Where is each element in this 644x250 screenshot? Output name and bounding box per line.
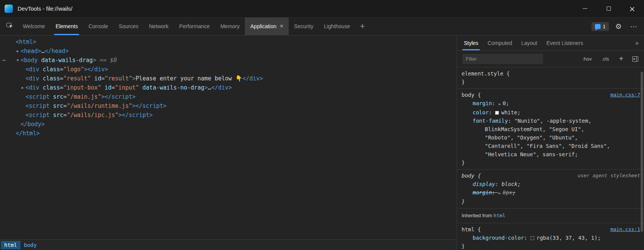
color-swatch[interactable] — [495, 111, 499, 115]
breadcrumb-item-html[interactable]: html — [1, 241, 21, 249]
dom-tree-line[interactable]: </html> — [0, 129, 457, 138]
css-selector[interactable]: element.style — [462, 71, 503, 77]
css-property[interactable]: margin: ▶8px; — [457, 188, 644, 197]
window-controls: × — [573, 0, 644, 17]
css-property[interactable]: display: block; — [457, 180, 644, 188]
sidebar-tab-layout[interactable]: Layout — [517, 35, 542, 50]
expand-arrow-icon[interactable]: ▶ — [15, 46, 20, 56]
class-toggle-button[interactable]: .cls — [602, 56, 609, 62]
titlebar: DevTools - file://wails/ × — [0, 0, 644, 18]
sidebar-tab-event-listeners[interactable]: Event Listeners — [542, 35, 588, 50]
more-menu-button[interactable]: ⋯ — [628, 21, 639, 32]
inherited-from-text: Inherited from — [462, 213, 494, 218]
devtools-window: DevTools - file://wails/ × WelcomeElemen… — [0, 0, 644, 250]
tab-label: Performance — [179, 23, 210, 29]
css-selector[interactable]: html — [462, 226, 475, 232]
dom-token: class — [39, 84, 60, 91]
dom-tree-line[interactable]: </body> — [0, 120, 457, 129]
more-tabs-icon[interactable]: » — [630, 35, 644, 50]
shorthand-expander-icon[interactable]: ▶ — [499, 100, 500, 108]
tab-lighthouse[interactable]: Lighthouse — [319, 18, 356, 35]
settings-button[interactable]: ⚙ — [613, 21, 624, 32]
color-swatch[interactable] — [531, 236, 534, 240]
maximize-icon — [607, 6, 611, 11]
add-tab-button[interactable]: + — [355, 18, 369, 35]
rule-open-brace: { — [475, 92, 481, 98]
dom-token: … — [41, 48, 45, 54]
maximize-button[interactable] — [597, 0, 620, 17]
styles-filter-row: :hov .cls + — [457, 51, 644, 67]
stylesheet-link[interactable]: main.css:7 — [610, 91, 640, 99]
dom-token: > — [93, 57, 96, 64]
property-semicolon: ; — [506, 100, 509, 106]
collapse-arrow-icon[interactable]: ▼ — [15, 56, 20, 65]
close-tab-icon[interactable]: × — [280, 23, 283, 30]
css-selector[interactable]: body — [462, 173, 475, 179]
sidebar-tab-computed[interactable]: Computed — [483, 35, 517, 50]
dom-tree-line[interactable]: <div class="result" id="result">Please e… — [0, 74, 457, 83]
css-property[interactable]: margin: ▶0; — [457, 99, 644, 108]
tab-console[interactable]: Console — [83, 18, 113, 35]
minimize-button[interactable] — [573, 0, 597, 17]
tab-label: Memory — [221, 23, 240, 29]
property-colon: : — [492, 100, 499, 106]
css-property[interactable]: background-color: rgba(33, 37, 43, 1); — [457, 234, 644, 242]
tab-label: Sources — [119, 23, 138, 29]
dom-token: = — [60, 84, 63, 91]
tab-application[interactable]: Application× — [245, 18, 289, 35]
tab-sources[interactable]: Sources — [113, 18, 144, 35]
dom-token: = — [60, 75, 63, 82]
tab-security[interactable]: Security — [289, 18, 319, 35]
tab-memory[interactable]: Memory — [215, 18, 245, 35]
shorthand-expander-icon[interactable]: ▶ — [499, 189, 500, 197]
new-style-rule-button[interactable]: + — [619, 54, 623, 63]
dom-tree-line[interactable]: ▶<div class="input-box" id="input" data-… — [0, 83, 457, 92]
dom-tree-line[interactable]: <div class="logo"></div> — [0, 65, 457, 74]
dom-token: ></script> — [101, 93, 136, 100]
tab-welcome[interactable]: Welcome — [18, 18, 50, 35]
close-icon: × — [629, 5, 636, 13]
issues-counter[interactable]: 1 — [591, 22, 609, 31]
more-actions-icon[interactable]: ⋯ — [2, 56, 6, 65]
property-colon: : — [508, 118, 515, 124]
css-property[interactable]: color: white; — [457, 108, 644, 117]
toggle-computed-pane-icon[interactable] — [632, 56, 639, 62]
dom-tree-line[interactable]: <html> — [0, 37, 457, 46]
hover-state-button[interactable]: :hov — [582, 56, 592, 62]
property-name: color — [473, 109, 489, 115]
stylesheet-link[interactable]: main.css:1 — [610, 225, 640, 234]
tab-elements[interactable]: Elements — [50, 18, 83, 35]
dom-token: id — [101, 84, 112, 91]
scrollbar-thumb[interactable] — [641, 72, 643, 232]
dom-tree-line[interactable]: ▶<head>…</head> — [0, 46, 457, 56]
property-name: margin — [473, 189, 492, 196]
dom-token: = — [60, 66, 63, 73]
tab-label: Application — [250, 23, 276, 29]
property-semicolon: ; — [518, 181, 521, 187]
breadcrumb-item-body[interactable]: body — [21, 241, 40, 249]
styles-scrollbar[interactable] — [639, 68, 644, 250]
dom-token: Please enter your name below — [136, 75, 235, 82]
devtools-main: <html>▶<head>…</head>⋯▼<body data-wails-… — [0, 35, 644, 250]
property-name: display — [473, 181, 495, 187]
dom-token: == $0 — [96, 57, 117, 64]
sidebar-tab-styles[interactable]: Styles — [459, 35, 483, 50]
dom-tree-line[interactable]: <script src="/wails/ipc.js"></script> — [0, 111, 457, 120]
rule-header: element.style { — [457, 69, 644, 78]
css-selector[interactable]: body — [462, 92, 475, 98]
expand-arrow-icon[interactable]: ▶ — [20, 83, 25, 92]
inherited-element-link[interactable]: html — [494, 213, 505, 218]
sidebar-tab-strip: StylesComputedLayoutEvent Listeners» — [457, 35, 644, 51]
tab-network[interactable]: Network — [144, 18, 174, 35]
css-property[interactable]: font-family: "Nunito", -apple-system, Bl… — [457, 117, 644, 159]
dom-token: </html> — [16, 130, 40, 137]
dom-tree-line[interactable]: ⋯▼<body data-wails-drag> == $0 — [0, 56, 457, 65]
tab-performance[interactable]: Performance — [174, 18, 215, 35]
dom-token: src — [50, 103, 63, 109]
more-dots-icon: ⋯ — [630, 22, 638, 30]
styles-filter-input[interactable] — [462, 54, 543, 64]
inspect-button[interactable] — [2, 18, 18, 35]
close-button[interactable]: × — [620, 0, 644, 17]
dom-tree-line[interactable]: <script src="/main.js"></script> — [0, 92, 457, 101]
dom-tree-line[interactable]: <script src="/wails/runtime.js"></script… — [0, 101, 457, 111]
